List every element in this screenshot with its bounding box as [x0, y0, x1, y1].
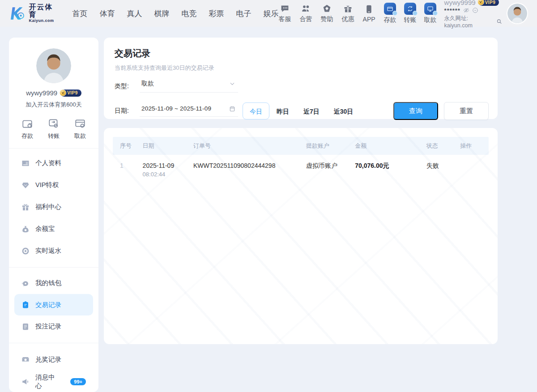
tab-today[interactable]: 今日	[243, 102, 269, 119]
gift-icon	[343, 4, 353, 13]
type-select[interactable]: 取款	[140, 80, 238, 93]
sidebar-item-bets[interactable]: 投注记录	[9, 315, 98, 337]
partners-icon	[301, 4, 311, 13]
user-avatar[interactable]	[507, 4, 527, 23]
main-content: 交易记录 当前系统支持查询最近30日的交易记录 类型: 取款 日期: 2025-…	[104, 38, 498, 344]
sidebar-item-label: 交易记录	[35, 301, 61, 309]
date-range-input[interactable]: 2025-11-09 ~ 2025-11-09	[140, 105, 238, 117]
deposit-label: 存款	[384, 16, 396, 24]
coin-bag-icon	[21, 225, 30, 233]
sidebar-divider	[9, 148, 98, 149]
sidebar-menu-group3: 兑奖记录 消息中心 99+	[9, 349, 98, 392]
sidebar-item-profile[interactable]: 个人资料	[9, 152, 98, 174]
tab-last7days[interactable]: 近7日	[296, 102, 327, 119]
sidebar-divider	[9, 343, 98, 343]
deposit-link[interactable]: 存款	[384, 3, 396, 24]
type-select-value: 取款	[141, 80, 154, 88]
app-link[interactable]: APP	[363, 4, 375, 23]
sidebar-item-prizes[interactable]: 兑奖记录	[9, 349, 98, 371]
calendar-icon	[229, 106, 235, 112]
sidebar-item-label: 个人资料	[35, 159, 61, 167]
gift-icon	[21, 203, 30, 211]
row-date-value: 2025-11-09	[143, 162, 188, 169]
row-amount: 70,076.00元	[349, 161, 421, 170]
username: wywy9999	[444, 0, 476, 6]
topbar: 开云体育 Kaiyun.com 首页 体育 真人 棋牌 电竞 彩票 电子 娱乐 …	[0, 0, 537, 27]
magnifier-icon[interactable]	[496, 18, 502, 25]
reset-button[interactable]: 重置	[444, 102, 489, 120]
withdraw-label: 取款	[424, 16, 437, 24]
eye-off-icon[interactable]	[463, 7, 469, 13]
nav-entertainment[interactable]: 娱乐	[264, 9, 279, 19]
permanent-url[interactable]: 永久网址: kaiyun.com	[444, 15, 495, 29]
message-count-badge: 99+	[70, 378, 86, 385]
nav-slots[interactable]: 电子	[236, 9, 251, 19]
sidebar-item-transactions[interactable]: 交易记录	[14, 294, 93, 315]
partners-link[interactable]: 合营	[300, 4, 312, 23]
quick-actions: 存款 转账 取款	[9, 118, 98, 140]
quick-transfer[interactable]: 转账	[48, 118, 60, 140]
service-label: 客服	[279, 15, 291, 23]
sidebar-item-vip[interactable]: VIP特权	[9, 174, 98, 196]
quick-deposit[interactable]: 存款	[21, 118, 33, 140]
type-label: 类型:	[115, 82, 140, 90]
profile-avatar[interactable]	[36, 48, 71, 83]
page-title: 交易记录	[115, 47, 489, 60]
sidebar: wywy9999 V VIP9 加入开云体育第600天 存款 转账 取款 个人资…	[9, 38, 98, 392]
type-filter-row: 类型: 取款	[115, 80, 489, 93]
promo-link[interactable]: 优惠	[342, 4, 354, 23]
nav-lottery[interactable]: 彩票	[209, 9, 224, 19]
col-status: 状态	[421, 142, 455, 150]
app-label: APP	[363, 16, 375, 23]
col-amount: 金额	[349, 142, 421, 150]
date-label: 日期:	[115, 107, 140, 115]
sidebar-item-label: 余额宝	[35, 225, 55, 233]
tab-yesterday[interactable]: 昨日	[269, 102, 296, 119]
sponsor-icon	[322, 4, 332, 13]
sidebar-item-label: 兑奖记录	[35, 355, 61, 364]
chevron-circle-icon[interactable]	[472, 7, 478, 13]
service-link[interactable]: 客服	[279, 4, 291, 23]
gem-icon	[21, 181, 30, 189]
user-info: wywy9999 V VIP9 ****** 永久网址: kaiyun.com	[444, 0, 502, 29]
sidebar-item-yuebao[interactable]: 余额宝	[9, 218, 98, 240]
range-tabs: 今日 昨日 近7日 近30日	[243, 102, 360, 119]
withdraw-link[interactable]: 取款	[424, 3, 437, 24]
nav-sports[interactable]: 体育	[100, 9, 115, 19]
table-header-row: 序号 日期 订单号 提款账户 金额 状态 操作	[113, 137, 489, 155]
sidebar-item-messages[interactable]: 消息中心 99+	[9, 371, 98, 392]
query-button[interactable]: 查询	[393, 102, 438, 120]
col-index: 序号	[113, 142, 137, 150]
sidebar-item-label: 实时返水	[35, 247, 61, 255]
transfer-link[interactable]: 转账	[404, 3, 417, 24]
quick-deposit-label: 存款	[21, 132, 33, 140]
sidebar-item-welfare[interactable]: 福利中心	[9, 196, 98, 218]
sidebar-item-rebate[interactable]: 实时返水	[9, 240, 98, 262]
date-filter-row: 日期: 2025-11-09 ~ 2025-11-09 今日 昨日 近7日 近3…	[115, 102, 489, 120]
sponsor-link[interactable]: 赞助	[321, 4, 333, 23]
sidebar-item-label: VIP特权	[35, 181, 59, 189]
filter-card: 交易记录 当前系统支持查询最近30日的交易记录 类型: 取款 日期: 2025-…	[104, 38, 498, 119]
transfer-arrows-icon	[48, 118, 60, 129]
chat-icon	[280, 4, 290, 13]
profile-username: wywy9999	[26, 89, 57, 97]
sidebar-item-wallet[interactable]: 我的钱包	[9, 272, 98, 294]
nav-esports[interactable]: 电竞	[182, 9, 197, 19]
avatar-image	[507, 4, 527, 23]
site-logo[interactable]: 开云体育 Kaiyun.com	[8, 4, 61, 23]
tab-last30days[interactable]: 近30日	[327, 102, 361, 119]
col-action: 操作	[455, 142, 489, 150]
quick-withdraw[interactable]: 取款	[74, 118, 86, 140]
quick-withdraw-label: 取款	[74, 132, 86, 140]
sidebar-item-label: 我的钱包	[35, 279, 61, 287]
sponsor-label: 赞助	[321, 15, 333, 23]
nav-home[interactable]: 首页	[72, 9, 88, 19]
masked-balance: ******	[444, 7, 460, 14]
nav-chess[interactable]: 棋牌	[154, 9, 170, 19]
profile-vip-level: VIP9	[67, 90, 78, 95]
main-nav: 首页 体育 真人 棋牌 电竞 彩票 电子 娱乐	[72, 9, 279, 19]
nav-live[interactable]: 真人	[127, 9, 142, 19]
wallet-icon	[21, 118, 33, 129]
profile-vip-badge: V VIP9	[60, 89, 81, 97]
chevron-down-icon	[229, 81, 235, 87]
